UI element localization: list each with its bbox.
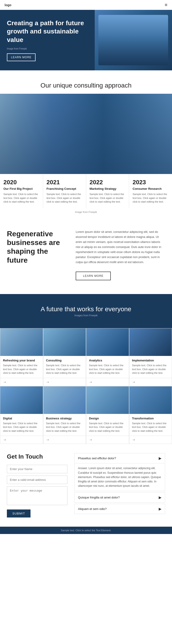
accordion-header[interactable]: Phasellus sed efficitur dolor? ▶: [74, 453, 165, 463]
footer: Sample text. Click to select the Text El…: [0, 527, 172, 534]
regen-learn-more-button[interactable]: LEARN MORE: [76, 272, 111, 280]
timeline-text: Sample text. Click to select the text bo…: [90, 192, 126, 204]
card-title: Digital: [3, 417, 40, 420]
card: Implementation Sample text. Click to sel…: [129, 328, 172, 386]
timeline-year: 2020: [4, 179, 40, 186]
accordion-item: Aliquam et sem odio? ▶: [74, 504, 165, 514]
accordion-body: Answer. Lorem ipsum dolor sit amet, cons…: [74, 463, 165, 491]
timeline-title: Marketing Strategy: [90, 187, 126, 190]
card-image: [43, 328, 86, 356]
timeline-title: Our First Big Project: [4, 187, 40, 190]
accordion-question: Quisque fringilla sit amet dolor?: [78, 496, 120, 499]
consulting-section: Our unique consulting approach: [0, 70, 172, 89]
future-section: A future that works for everyone Images …: [0, 294, 172, 328]
email-input[interactable]: [7, 476, 68, 484]
hero-image-caption: Image from Freepik: [7, 48, 88, 50]
card-title: Consulting: [46, 359, 83, 362]
card-image: [0, 386, 43, 414]
card-arrow-icon[interactable]: →: [0, 378, 43, 386]
logo: logo: [4, 3, 12, 7]
submit-button[interactable]: SUBMIT: [7, 510, 30, 518]
hero-image: [95, 10, 172, 70]
card-content: Digital Sample text. Click to select the…: [0, 414, 43, 436]
regen-right: Lorem ipsum dolor sit amet, consectetur …: [76, 230, 165, 280]
hero-learn-more-button[interactable]: LEARN MORE: [7, 54, 36, 61]
card: Consulting Sample text. Click to select …: [43, 328, 86, 386]
timeline-text: Sample text. Click to select the text bo…: [46, 192, 82, 204]
timeline-year: 2022: [90, 179, 126, 186]
card: Transformation Sample text. Click to sel…: [129, 386, 172, 444]
card-text: Sample text. Click to select the text bo…: [3, 364, 40, 375]
footer-text: Sample text. Click to select the Text El…: [4, 529, 168, 532]
header: logo ≡: [0, 0, 172, 10]
timeline-text: Sample text. Click to select the text bo…: [4, 192, 40, 204]
card-text: Sample text. Click to select the text bo…: [3, 422, 40, 433]
card-arrow-icon[interactable]: →: [86, 436, 129, 444]
regen-heading: Regenerative businesses are shaping the …: [7, 230, 66, 265]
timeline: 2020 Our First Big Project Sample text. …: [0, 174, 172, 208]
hero-people-image: [98, 15, 168, 65]
timeline-year: 2021: [46, 179, 82, 186]
card-arrow-icon[interactable]: →: [86, 378, 129, 386]
accordion-arrow-icon: ▶: [159, 456, 162, 460]
card-image: [0, 328, 43, 356]
card-text: Sample text. Click to select the text bo…: [132, 422, 169, 433]
team-image: [0, 94, 172, 174]
card-text: Sample text. Click to select the text bo…: [89, 422, 126, 433]
timeline-item: 2021 Franchising Concept Sample text. Cl…: [43, 174, 86, 208]
accordion-item: Quisque fringilla sit amet dolor? ▶: [74, 492, 165, 502]
future-caption: Images from Freepik: [4, 314, 168, 317]
card-content: Implementation Sample text. Click to sel…: [129, 356, 172, 378]
contact-heading: Get In Touch: [7, 453, 68, 460]
card-content: Refreshing your brand Sample text. Click…: [0, 356, 43, 378]
card-content: Transformation Sample text. Click to sel…: [129, 414, 172, 436]
card: Refreshing your brand Sample text. Click…: [0, 328, 43, 386]
accordion-header[interactable]: Aliquam et sem odio? ▶: [74, 504, 165, 514]
card-title: Analytics: [89, 359, 126, 362]
card-arrow-icon[interactable]: →: [0, 436, 43, 444]
card-image: [43, 386, 86, 414]
regen-body: Lorem ipsum dolor sit amet, consectetur …: [76, 230, 165, 265]
hero-heading: Creating a path for future growth and su…: [7, 19, 88, 44]
card-content: Analytics Sample text. Click to select t…: [86, 356, 129, 378]
accordion-arrow-icon: ▶: [159, 495, 162, 500]
card: Design Sample text. Click to select the …: [86, 386, 129, 444]
timeline-item: 2022 Marketing Strategy Sample text. Cli…: [86, 174, 129, 208]
accordion-item: Phasellus sed efficitur dolor? ▶ Answer.…: [74, 453, 165, 491]
accordion-question: Aliquam et sem odio?: [78, 507, 107, 510]
card-image: [129, 386, 172, 414]
contact-left: Get In Touch SUBMIT: [7, 453, 68, 518]
cards-grid: Refreshing your brand Sample text. Click…: [0, 328, 172, 444]
card-arrow-icon[interactable]: →: [129, 378, 172, 386]
timeline-item: 2023 Consumer Research Sample text. Clic…: [129, 174, 172, 208]
card-title: Implementation: [132, 359, 169, 362]
card-image: [86, 328, 129, 356]
card: Digital Sample text. Click to select the…: [0, 386, 43, 444]
timeline-year: 2023: [132, 179, 168, 186]
card-text: Sample text. Click to select the text bo…: [89, 364, 126, 375]
team-image-container: [0, 94, 172, 174]
card-arrow-icon[interactable]: →: [43, 378, 86, 386]
card-content: Business strategy Sample text. Click to …: [43, 414, 86, 436]
contact-accordion: Phasellus sed efficitur dolor? ▶ Answer.…: [74, 453, 165, 518]
message-input[interactable]: [7, 486, 68, 505]
name-input[interactable]: [7, 465, 68, 473]
card-arrow-icon[interactable]: →: [43, 436, 86, 444]
accordion-question: Phasellus sed efficitur dolor?: [78, 456, 116, 460]
card-title: Refreshing your brand: [3, 359, 40, 362]
accordion-header[interactable]: Quisque fringilla sit amet dolor? ▶: [74, 492, 165, 502]
hamburger-icon[interactable]: ≡: [165, 2, 168, 8]
contact-section: Get In Touch SUBMIT Phasellus sed effici…: [0, 444, 172, 527]
regen-left: Regenerative businesses are shaping the …: [7, 230, 66, 280]
card-arrow-icon[interactable]: →: [129, 436, 172, 444]
card-image: [86, 386, 129, 414]
card-title: Transformation: [132, 417, 169, 420]
hero-section: Creating a path for future growth and su…: [0, 10, 172, 70]
hero-text-area: Creating a path for future growth and su…: [0, 10, 95, 70]
card-title: Business strategy: [46, 417, 83, 420]
timeline-item: 2020 Our First Big Project Sample text. …: [0, 174, 43, 208]
card-text: Sample text. Click to select the text bo…: [132, 364, 169, 375]
timeline-text: Sample text. Click to select the text bo…: [132, 192, 168, 204]
hero-image-bg: [95, 10, 172, 70]
accordion-arrow-icon: ▶: [159, 507, 162, 511]
